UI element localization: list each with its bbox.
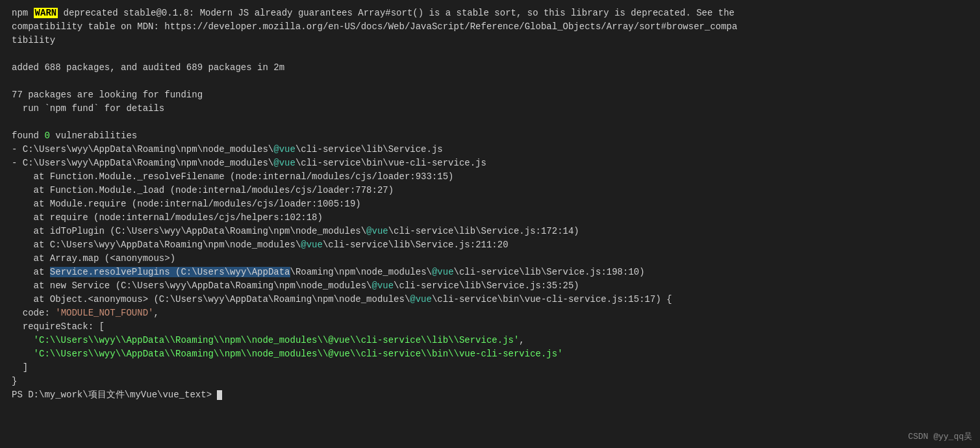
line-path1: - C:\Users\wyy\AppData\Roaming\npm\node_… — [12, 143, 968, 156]
line-at7: at Array.map (<anonymous>) — [12, 252, 968, 266]
line-run: run `npm fund` for details — [12, 102, 968, 116]
line-brace: } — [12, 375, 968, 388]
watermark: CSDN @yy_qq吴 — [908, 430, 972, 443]
line-path2: - C:\Users\wyy\AppData\Roaming\npm\node_… — [12, 156, 968, 170]
line-at9: at new Service (C:\Users\wyy\AppData\Roa… — [12, 279, 968, 293]
watermark-text: CSDN @yy_qq吴 — [908, 432, 972, 442]
line-found: found 0 vulnerabilities — [12, 129, 968, 143]
line-empty3 — [12, 116, 968, 129]
line-code: code: 'MODULE_NOT_FOUND', — [12, 306, 968, 320]
line-at8: at Service.resolvePlugins (C:\Users\wyy\… — [12, 266, 968, 279]
line-funding: 77 packages are looking for funding — [12, 88, 968, 102]
line-stack1: 'C:\\Users\\wyy\\AppData\\Roaming\\npm\\… — [12, 334, 968, 347]
line-npm-warn: npm WARN deprecated stable@0.1.8: Modern… — [12, 6, 968, 20]
line-at2: at Function.Module._load (node:internal/… — [12, 184, 968, 197]
line-tibility: tibility — [12, 34, 968, 47]
line-added: added 688 packages, and audited 689 pack… — [12, 61, 968, 75]
terminal: npm WARN deprecated stable@0.1.8: Modern… — [0, 0, 980, 448]
line-at5: at idToPlugin (C:\Users\wyy\AppData\Roam… — [12, 225, 968, 238]
line-empty2 — [12, 75, 968, 88]
line-bracket: ] — [12, 361, 968, 375]
line-stack2: 'C:\\Users\\wyy\\AppData\\Roaming\\npm\\… — [12, 347, 968, 361]
line-empty1 — [12, 47, 968, 61]
line-at3: at Module.require (node:internal/modules… — [12, 197, 968, 211]
line-at1: at Function.Module._resolveFilename (nod… — [12, 170, 968, 184]
line-at6: at C:\Users\wyy\AppData\Roaming\npm\node… — [12, 238, 968, 252]
line-prompt: PS D:\my_work\项目文件\myVue\vue_text> — [12, 388, 968, 402]
line-requirestack: requireStack: [ — [12, 320, 968, 334]
line-at10: at Object.<anonymous> (C:\Users\wyy\AppD… — [12, 293, 968, 306]
line-at4: at require (node:internal/modules/cjs/he… — [12, 211, 968, 225]
line-compat: compatibility table on MDN: https://deve… — [12, 20, 968, 34]
